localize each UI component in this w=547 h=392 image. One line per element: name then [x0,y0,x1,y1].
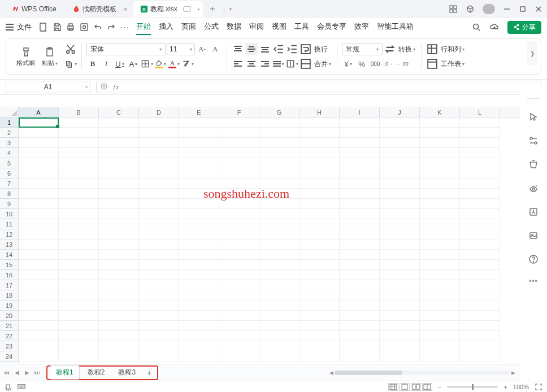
cell[interactable] [420,117,460,128]
column-header[interactable]: F [219,107,259,117]
worksheet-label[interactable]: 工作表▾ [440,59,466,69]
style-icon[interactable] [528,182,539,194]
help-icon[interactable] [528,254,539,265]
cell[interactable] [299,158,340,168]
zoom-slider[interactable] [447,386,498,388]
rowcol-icon[interactable] [426,43,439,55]
cell[interactable] [139,280,179,290]
cell[interactable] [299,178,340,189]
cell[interactable] [259,199,299,209]
cell[interactable] [460,209,500,219]
sheet-first-button[interactable]: ⏮ [2,367,11,378]
cell[interactable] [259,158,299,168]
cell[interactable] [179,321,219,331]
cell[interactable] [380,290,420,300]
row-header[interactable]: 24 [0,351,18,361]
cell[interactable] [19,199,59,209]
cell[interactable] [259,168,299,178]
cell[interactable] [299,270,340,280]
tab-page[interactable]: 页面 [181,19,196,35]
font-color-button[interactable]: A▾ [168,58,180,70]
cell[interactable] [179,341,219,351]
border-button[interactable]: ▾ [141,58,153,70]
cell[interactable] [460,229,500,239]
cell[interactable] [259,138,299,148]
cell[interactable] [219,128,259,138]
cell[interactable] [219,331,259,341]
cell[interactable] [219,300,259,311]
row-header[interactable]: 2 [0,128,18,138]
apps-icon[interactable] [449,5,458,14]
cell[interactable] [420,178,460,189]
row-header[interactable]: 13 [0,239,18,250]
column-header[interactable]: A [19,107,59,117]
cell[interactable] [179,209,219,219]
merge-label[interactable]: 合并▾ [313,59,332,69]
cell[interactable] [420,300,460,311]
cell[interactable] [420,311,460,321]
cell[interactable] [299,128,340,138]
cell[interactable] [179,351,219,361]
cell[interactable] [299,148,340,158]
cell[interactable] [99,331,139,341]
cell[interactable] [219,229,259,239]
cell[interactable] [219,270,259,280]
row-header[interactable]: 7 [0,178,18,189]
cell[interactable] [179,219,219,229]
record-macro-icon[interactable] [5,383,12,391]
cube-icon[interactable] [466,5,475,14]
align-right-icon[interactable] [259,58,271,70]
cell[interactable] [99,300,139,311]
row-header[interactable]: 16 [0,270,18,280]
cell[interactable] [139,219,179,229]
cell[interactable] [179,168,219,178]
cell[interactable] [340,209,380,219]
cell[interactable] [59,199,99,209]
italic-button[interactable]: I [100,58,112,70]
tab-member[interactable]: 会员专享 [317,19,346,35]
cell[interactable] [99,117,139,128]
cell[interactable] [380,341,420,351]
cell[interactable] [59,280,99,290]
increase-indent-icon[interactable] [286,43,298,55]
view-normal-icon[interactable] [388,383,398,391]
settings-icon[interactable] [528,135,539,146]
cell[interactable] [99,270,139,280]
more-panels-icon[interactable]: ••• [529,277,538,285]
cell[interactable] [340,158,380,168]
cell[interactable] [299,290,340,300]
fullscreen-icon[interactable] [535,383,542,391]
cell[interactable] [340,341,380,351]
tab-home[interactable]: 开始 [136,19,151,35]
cell[interactable] [340,300,380,311]
cell[interactable] [460,351,500,361]
cell[interactable] [259,341,299,351]
cell[interactable] [380,260,420,270]
worksheet-icon[interactable] [426,58,439,70]
cell[interactable] [259,239,299,250]
sheet-next-button[interactable]: ▶ [23,367,32,378]
number-format-select[interactable]: 常规▾ [342,43,383,55]
cell[interactable] [340,290,380,300]
cell[interactable] [59,178,99,189]
cell[interactable] [259,270,299,280]
cell[interactable] [59,270,99,280]
cell[interactable] [59,331,99,341]
tab-view[interactable]: 视图 [272,19,286,35]
cell[interactable] [19,128,59,138]
cell[interactable] [420,128,460,138]
cell[interactable] [380,280,420,290]
cell[interactable] [59,260,99,270]
cell[interactable] [259,260,299,270]
underline-button[interactable]: U▾ [114,58,126,70]
cell[interactable] [259,209,299,219]
row-header[interactable]: 23 [0,341,18,351]
cell[interactable] [99,189,139,199]
cell[interactable] [380,239,420,250]
cell[interactable] [139,270,179,280]
cell[interactable] [340,331,380,341]
percent-icon[interactable]: % [355,58,368,70]
cell[interactable] [460,341,500,351]
cell[interactable] [19,189,59,199]
cell[interactable] [340,270,380,280]
